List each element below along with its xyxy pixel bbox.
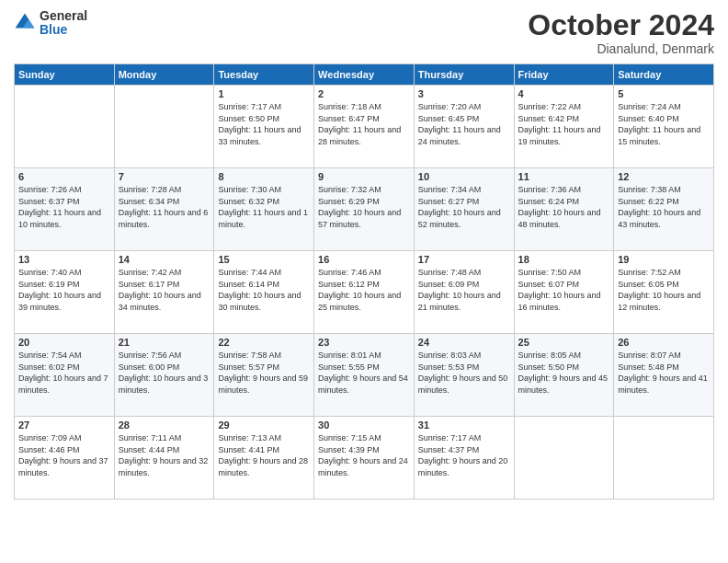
- cell-sunrise: Sunrise: 7:26 AM: [18, 184, 110, 196]
- cell-sunrise: Sunrise: 7:54 AM: [18, 350, 110, 362]
- day-number: 7: [119, 171, 210, 182]
- cell-0-1: [114, 86, 214, 168]
- cell-4-1: 28 Sunrise: 7:11 AM Sunset: 4:44 PM Dayl…: [114, 417, 214, 500]
- cell-4-3: 30 Sunrise: 7:15 AM Sunset: 4:39 PM Dayl…: [314, 417, 415, 500]
- cell-sunset: Sunset: 5:50 PM: [518, 362, 610, 373]
- cell-daylight: Daylight: 10 hours and 21 minutes.: [418, 290, 510, 313]
- cell-daylight: Daylight: 9 hours and 50 minutes.: [418, 373, 510, 396]
- cell-1-5: 11 Sunrise: 7:36 AM Sunset: 6:24 PM Dayl…: [514, 168, 614, 251]
- cell-daylight: Daylight: 10 hours and 16 minutes.: [518, 290, 610, 313]
- cell-sunrise: Sunrise: 8:05 AM: [518, 350, 610, 362]
- cell-sunset: Sunset: 6:02 PM: [18, 362, 110, 373]
- cell-2-4: 17 Sunrise: 7:48 AM Sunset: 6:09 PM Dayl…: [414, 251, 514, 334]
- cell-sunrise: Sunrise: 7:32 AM: [318, 184, 410, 196]
- cell-0-6: 5 Sunrise: 7:24 AM Sunset: 6:40 PM Dayli…: [614, 86, 714, 168]
- cell-sunset: Sunset: 6:32 PM: [218, 196, 310, 208]
- cell-sunset: Sunset: 5:53 PM: [418, 362, 510, 373]
- col-monday: Monday: [114, 64, 214, 86]
- cell-sunrise: Sunrise: 7:48 AM: [418, 267, 510, 279]
- cell-sunrise: Sunrise: 7:15 AM: [318, 432, 410, 444]
- day-number: 10: [418, 171, 510, 182]
- cell-0-5: 4 Sunrise: 7:22 AM Sunset: 6:42 PM Dayli…: [514, 86, 614, 168]
- cell-4-0: 27 Sunrise: 7:09 AM Sunset: 4:46 PM Dayl…: [15, 417, 115, 500]
- day-number: 15: [218, 254, 310, 265]
- cell-sunrise: Sunrise: 7:09 AM: [18, 432, 110, 444]
- cell-sunrise: Sunrise: 7:34 AM: [418, 184, 510, 196]
- cell-daylight: Daylight: 9 hours and 54 minutes.: [318, 373, 410, 396]
- day-number: 4: [518, 88, 610, 99]
- cell-daylight: Daylight: 9 hours and 59 minutes.: [218, 373, 310, 396]
- day-number: 8: [218, 171, 310, 182]
- cell-daylight: Daylight: 10 hours and 57 minutes.: [318, 207, 410, 230]
- cell-sunset: Sunset: 6:40 PM: [618, 113, 710, 125]
- cell-sunrise: Sunrise: 8:01 AM: [318, 350, 410, 362]
- logo-icon: [14, 12, 36, 34]
- cell-3-2: 22 Sunrise: 7:58 AM Sunset: 5:57 PM Dayl…: [214, 334, 314, 417]
- cell-2-1: 14 Sunrise: 7:42 AM Sunset: 6:17 PM Dayl…: [114, 251, 214, 334]
- cell-sunset: Sunset: 6:27 PM: [418, 196, 510, 208]
- cell-2-0: 13 Sunrise: 7:40 AM Sunset: 6:19 PM Dayl…: [15, 251, 115, 334]
- day-number: 25: [518, 337, 610, 348]
- day-number: 14: [119, 254, 210, 265]
- week-row-4: 20 Sunrise: 7:54 AM Sunset: 6:02 PM Dayl…: [15, 334, 714, 417]
- cell-4-6: [614, 417, 714, 500]
- cell-daylight: Daylight: 10 hours and 43 minutes.: [618, 207, 710, 230]
- cell-sunset: Sunset: 6:19 PM: [18, 279, 110, 291]
- cell-3-4: 24 Sunrise: 8:03 AM Sunset: 5:53 PM Dayl…: [414, 334, 514, 417]
- cell-daylight: Daylight: 9 hours and 32 minutes.: [119, 455, 210, 478]
- day-number: 26: [618, 337, 710, 348]
- cell-sunset: Sunset: 6:45 PM: [418, 113, 510, 125]
- cell-sunrise: Sunrise: 7:30 AM: [218, 184, 310, 196]
- col-sunday: Sunday: [15, 64, 115, 86]
- logo: General Blue: [14, 9, 87, 38]
- cell-2-2: 15 Sunrise: 7:44 AM Sunset: 6:14 PM Dayl…: [214, 251, 314, 334]
- cell-daylight: Daylight: 9 hours and 41 minutes.: [618, 373, 710, 396]
- week-row-2: 6 Sunrise: 7:26 AM Sunset: 6:37 PM Dayli…: [15, 168, 714, 251]
- cell-sunset: Sunset: 6:00 PM: [119, 362, 210, 373]
- cell-sunset: Sunset: 6:09 PM: [418, 279, 510, 291]
- cell-1-6: 12 Sunrise: 7:38 AM Sunset: 6:22 PM Dayl…: [614, 168, 714, 251]
- cell-1-4: 10 Sunrise: 7:34 AM Sunset: 6:27 PM Dayl…: [414, 168, 514, 251]
- cell-daylight: Daylight: 9 hours and 20 minutes.: [418, 455, 510, 478]
- week-row-3: 13 Sunrise: 7:40 AM Sunset: 6:19 PM Dayl…: [15, 251, 714, 334]
- cell-sunset: Sunset: 4:37 PM: [418, 444, 510, 456]
- cell-0-0: [15, 86, 115, 168]
- col-wednesday: Wednesday: [314, 64, 415, 86]
- cell-sunset: Sunset: 6:42 PM: [518, 113, 610, 125]
- cell-3-3: 23 Sunrise: 8:01 AM Sunset: 5:55 PM Dayl…: [314, 334, 415, 417]
- cell-sunrise: Sunrise: 7:58 AM: [218, 350, 310, 362]
- cell-sunrise: Sunrise: 7:50 AM: [518, 267, 610, 279]
- location: Dianalund, Denmark: [528, 41, 714, 56]
- cell-sunset: Sunset: 6:47 PM: [318, 113, 410, 125]
- day-number: 31: [418, 419, 510, 431]
- cell-sunset: Sunset: 6:50 PM: [218, 113, 310, 125]
- day-number: 6: [18, 171, 110, 182]
- cell-daylight: Daylight: 11 hours and 6 minutes.: [119, 207, 210, 230]
- cell-sunrise: Sunrise: 7:42 AM: [119, 267, 210, 279]
- day-number: 5: [618, 88, 710, 99]
- cell-sunrise: Sunrise: 8:07 AM: [618, 350, 710, 362]
- col-friday: Friday: [514, 64, 614, 86]
- week-row-1: 1 Sunrise: 7:17 AM Sunset: 6:50 PM Dayli…: [15, 86, 714, 168]
- cell-sunset: Sunset: 6:17 PM: [119, 279, 210, 291]
- cell-sunset: Sunset: 5:48 PM: [618, 362, 710, 373]
- day-number: 9: [318, 171, 410, 182]
- cell-daylight: Daylight: 10 hours and 25 minutes.: [318, 290, 410, 313]
- day-number: 3: [418, 88, 510, 99]
- cell-sunrise: Sunrise: 7:52 AM: [618, 267, 710, 279]
- col-tuesday: Tuesday: [214, 64, 314, 86]
- cell-0-2: 1 Sunrise: 7:17 AM Sunset: 6:50 PM Dayli…: [214, 86, 314, 168]
- cell-sunrise: Sunrise: 7:18 AM: [318, 101, 410, 113]
- cell-daylight: Daylight: 10 hours and 52 minutes.: [418, 207, 510, 230]
- cell-sunrise: Sunrise: 7:44 AM: [218, 267, 310, 279]
- cell-sunrise: Sunrise: 7:17 AM: [218, 101, 310, 113]
- cell-sunrise: Sunrise: 7:28 AM: [119, 184, 210, 196]
- cell-sunset: Sunset: 6:37 PM: [18, 196, 110, 208]
- logo-blue: Blue: [40, 22, 67, 37]
- cell-3-0: 20 Sunrise: 7:54 AM Sunset: 6:02 PM Dayl…: [15, 334, 115, 417]
- col-saturday: Saturday: [614, 64, 714, 86]
- day-number: 20: [18, 337, 110, 348]
- cell-sunset: Sunset: 4:39 PM: [318, 444, 410, 456]
- calendar-table: Sunday Monday Tuesday Wednesday Thursday…: [14, 63, 714, 500]
- cell-2-5: 18 Sunrise: 7:50 AM Sunset: 6:07 PM Dayl…: [514, 251, 614, 334]
